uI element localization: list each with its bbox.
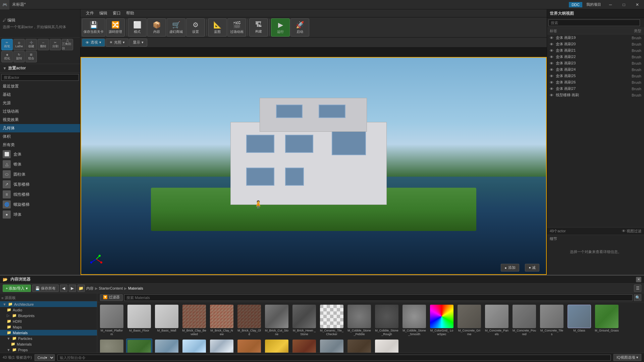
menu-window[interactable]: 窗口 [110, 10, 123, 16]
close-button[interactable]: ✕ [631, 0, 644, 9]
menu-edit[interactable]: 编辑 [97, 10, 110, 16]
mat-ceramic-checker[interactable]: M_Ceramic_Tile_Checker [319, 304, 345, 337]
breadcrumb-starter[interactable]: StarterContent [99, 286, 123, 290]
perspective-btn[interactable]: 👁 透视 ▾ [82, 39, 105, 47]
outliner-item[interactable]: 👁 盒体 画刷20 Brush [547, 41, 644, 47]
reduce-viewport-btn[interactable]: ● 减 [525, 264, 539, 272]
mat-concrete-poured[interactable]: M_Concrete_Poured [511, 304, 537, 337]
outliner-item[interactable]: 👁 盒体 画刷21 Brush [547, 47, 644, 54]
cb-close-btn[interactable]: ✕ [636, 277, 641, 282]
outliner-item[interactable]: 👁 盒体 画刷27 Brush [547, 85, 644, 92]
brush-search-input[interactable] [1, 74, 79, 81]
mat-cobble-pebble[interactable]: M_Cobble_Stone_Pebble [346, 304, 372, 337]
visibility-icon[interactable]: 👁 [550, 74, 554, 78]
split-tool-btn[interactable]: ✂ 分割 [50, 39, 61, 50]
mat-rock-basalt[interactable]: M_Rock_Basalt [346, 339, 372, 353]
mat-brick-beveled[interactable]: M_Brick_Clay_Beveled [181, 304, 207, 337]
rotate-tool-btn[interactable]: ↻ 旋转 [13, 51, 25, 62]
cmd-input[interactable] [57, 355, 611, 361]
mat-metal-copper[interactable]: M_Metal_Copper [236, 339, 262, 353]
cat-all[interactable]: 所有类 [0, 141, 80, 149]
optimize-tool-btn[interactable]: ◈ 优化 [1, 51, 13, 62]
triangle-tool-btn[interactable]: △ 三角剖分 [62, 39, 73, 50]
mat-ground-grass[interactable]: M_Ground_Grass [594, 304, 620, 337]
mat-brick-old[interactable]: M_Brick_Clay_Old [236, 304, 262, 337]
mat-basic-wall[interactable]: M_Basic_Wall [154, 304, 180, 337]
play-button[interactable]: ▶ 运行 [271, 18, 290, 37]
settings-button[interactable]: ⚙ 设置 [186, 18, 205, 37]
outliner-item[interactable]: 👁 盒体 画刷23 Brush [547, 60, 644, 66]
cat-lights[interactable]: 光源 [0, 99, 80, 107]
search-btn[interactable]: 🔍 [634, 294, 641, 301]
mat-metal-steel[interactable]: M_Metal_Steel [319, 339, 345, 353]
cat-recent[interactable]: 最近放置 [0, 82, 80, 90]
add-import-btn[interactable]: + 添加/导入 ▾ [3, 285, 31, 292]
mat-glass[interactable]: M_Glass [566, 304, 592, 337]
visibility-icon[interactable]: 👁 [550, 36, 554, 40]
lit-btn[interactable]: ☀ 光照 ▾ [106, 39, 128, 47]
tree-item-blueprints[interactable]: ▷ 📁 Blueprints [0, 313, 97, 318]
tree-item-maps[interactable]: 📁 Maps [0, 324, 97, 330]
mat-rock-marble[interactable]: M_Rock_Marble_Polished [374, 339, 400, 353]
mat-concrete-panels[interactable]: M_Concrete_Panels [484, 304, 510, 337]
marketplace-button[interactable]: 🛒 虚幻商城 [167, 18, 185, 37]
mat-concrete-tiles[interactable]: M_Concrete_Tiles [539, 304, 565, 337]
mat-concrete-grime[interactable]: M_Concrete_Grime [456, 304, 482, 337]
breadcrumb-materials[interactable]: Materials [128, 286, 143, 290]
menu-file[interactable]: 文件 [83, 10, 97, 16]
cat-cinematic[interactable]: 过场动画 [0, 107, 80, 116]
source-control-button[interactable]: 🔀 源码管理 [106, 18, 125, 37]
content-button[interactable]: 📦 内容 [147, 18, 166, 37]
forward-btn[interactable]: ▶ [69, 285, 76, 292]
outliner-item[interactable]: 👁 盒体 画刷22 Brush [547, 54, 644, 60]
shape-cone[interactable]: △ 锥体 [0, 159, 80, 169]
mat-basic-floor[interactable]: M_Basic_Floor [126, 304, 152, 337]
shape-linear-stair[interactable]: ≡ 线性楼梯 [0, 189, 80, 199]
show-btn[interactable]: 显示 ▾ [129, 39, 147, 47]
filter-dropdown-btn[interactable]: 🔽 过滤器 [100, 294, 123, 301]
folder-btn[interactable]: 📁 [77, 285, 85, 292]
shape-cylinder[interactable]: ⬭ 圆柱体 [0, 169, 80, 179]
visibility-icon[interactable]: 👁 [550, 42, 554, 46]
materials-search-input[interactable] [124, 294, 633, 301]
mat-colorgrid[interactable]: M_ColorGrid_ LowSpec [429, 304, 455, 337]
tree-item-particles[interactable]: ▼ 📁 Particles [0, 336, 97, 341]
mat-cobble-smooth[interactable]: M_Cobble_Stone_Smooth [401, 304, 427, 337]
mat-brick-cut[interactable]: M_Brick_Cut_Stone [264, 304, 290, 337]
launch-button[interactable]: 🚀 启动 [290, 18, 309, 37]
save-button[interactable]: 💾 保存当前关卡 [82, 18, 105, 37]
breadcrumb-root[interactable]: 内容 [86, 286, 94, 291]
blueprint-button[interactable]: 📐 蓝图 [208, 18, 227, 37]
tree-item-hdri[interactable]: 📁 HDRI [0, 318, 97, 324]
viewport[interactable]: 🧍 ● 添加 ● 减 [80, 57, 547, 275]
flip-tool-btn[interactable]: ↔ 翻转 [38, 39, 49, 50]
mat-ground-moss[interactable]: M_Ground_Moss [126, 339, 152, 353]
mat-metal-burnished-steel[interactable]: M_Metal_Burnished_Steel [181, 339, 207, 353]
tree-item-props[interactable]: ▼ 📁 Props [0, 347, 97, 353]
build-button[interactable]: 🏗 构建 [249, 18, 268, 37]
tree-item-architecture[interactable]: ▼ 📁 Architecture [0, 301, 97, 307]
create-tool-btn[interactable]: ➕ 创建 [25, 39, 37, 50]
mat-metal-gold[interactable]: M_Metal_Gold [264, 339, 290, 353]
mat-ground-gravel[interactable]: M_Ground_Gravel [99, 339, 125, 353]
visibility-icon[interactable]: 👁 [550, 61, 554, 65]
tree-item-materials[interactable]: 📁 Materials [0, 330, 97, 336]
outliner-item[interactable]: 👁 盒体 画刷19 Brush [547, 35, 644, 41]
outliner-search-input[interactable] [548, 19, 640, 26]
lathe-tool-btn[interactable]: ⊙ Lathe [13, 39, 25, 50]
visibility-icon[interactable]: 👁 [550, 80, 554, 84]
cat-geometry[interactable]: 几何体 [0, 124, 80, 132]
mat-cobble-rough[interactable]: M_Cobble_Stone_Rough [374, 304, 400, 337]
minimize-button[interactable]: ─ [604, 0, 617, 9]
maximize-button[interactable]: □ [617, 0, 631, 9]
save-all-btn[interactable]: 💾 保存所有 [32, 285, 59, 292]
outliner-item[interactable]: 👁 线型楼梯 画刷 Brush [547, 92, 644, 98]
shape-spiral-stair[interactable]: 🌀 螺旋楼梯 [0, 199, 80, 209]
outliner-item[interactable]: 👁 盒体 画刷25 Brush [547, 73, 644, 79]
combine-tool-btn[interactable]: ⊞ 组合 [25, 51, 37, 62]
tree-item-particles-mat[interactable]: 📁 Materials [0, 341, 97, 347]
cb-view-mode-btn[interactable]: ☰ [634, 285, 641, 292]
view-options-btn[interactable]: IQ视图选项 ▾ [613, 354, 641, 361]
visibility-icon[interactable]: 👁 [550, 49, 554, 53]
mat-asset-platform[interactable]: M_Asset_Platform [99, 304, 125, 337]
